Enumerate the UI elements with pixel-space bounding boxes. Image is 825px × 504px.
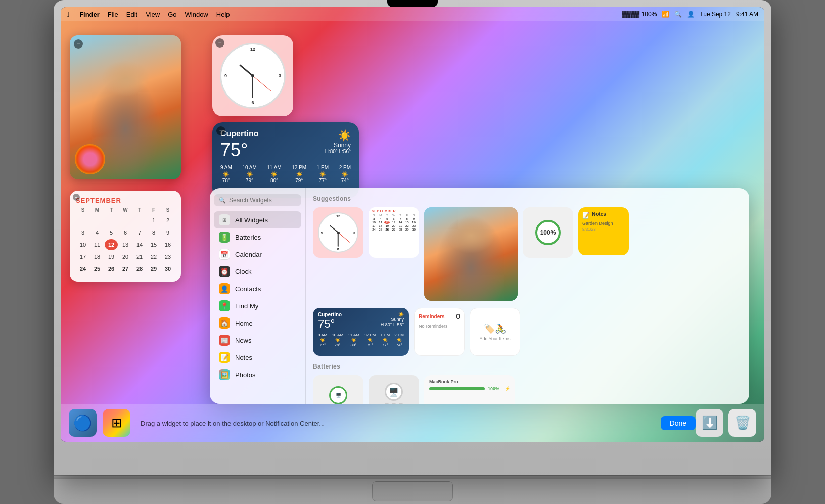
- menu-edit[interactable]: Edit: [126, 11, 138, 18]
- camera-notch: [387, 0, 438, 7]
- search-icon: 🔍: [219, 197, 226, 204]
- notes-icon: 📝: [219, 352, 230, 363]
- sidebar-item-findmy[interactable]: 📍 Find My: [214, 297, 301, 314]
- wifi-icon: 📶: [662, 11, 669, 18]
- done-button[interactable]: Done: [661, 416, 696, 430]
- sidebar-label-calendar: Calendar: [235, 251, 262, 258]
- notes-widget-title: Notes: [592, 211, 606, 217]
- batteries-icon: 🔋: [219, 232, 230, 243]
- notes-widget-thumb[interactable]: 📝 Notes Garden Design 8/31/23: [578, 207, 629, 255]
- download-dock-icon[interactable]: ⬇️: [696, 409, 723, 437]
- battery-indicator: ▓▓▓▓ 100%: [622, 11, 657, 18]
- widget-gallery: 🔍 ⊞ All Widgets 🔋 Batteries 📅: [210, 188, 749, 404]
- macbook-pct: 100%: [488, 386, 499, 391]
- flowers-decoration: [75, 144, 105, 174]
- photo-widget-thumb[interactable]: [424, 207, 518, 301]
- menu-file[interactable]: File: [108, 11, 118, 18]
- gallery-content: Suggestions 12 3: [306, 188, 749, 404]
- search-bar[interactable]: 🔍: [214, 194, 301, 206]
- weather-sun-icon: ☀️: [325, 129, 351, 142]
- sidebar-item-clock[interactable]: ⏰ Clock: [214, 263, 301, 280]
- sidebar-item-photos[interactable]: 🖼️ Photos: [214, 366, 301, 383]
- clock-center: [251, 74, 254, 77]
- weather-hi-lo: H:80° L:56°: [325, 149, 351, 154]
- drag-hint-label: Drag a widget to place it on the desktop…: [141, 420, 325, 427]
- battery-md-icon: 🖥️: [389, 387, 399, 397]
- findmy-icon: 📍: [219, 300, 230, 311]
- weather-condition: Sunny: [325, 142, 351, 149]
- weather-thumb-temp: 75°: [318, 317, 342, 331]
- sidebar-label-notes: Notes: [235, 354, 252, 361]
- reminders-add-widget-thumb[interactable]: 🏷️🚴 Add Your Items: [470, 308, 520, 356]
- reminders-widget-thumb[interactable]: Reminders 0 No Reminders: [414, 308, 465, 356]
- reminders-count: 0: [456, 312, 460, 320]
- battery-md-widget-thumb[interactable]: 🖥️: [369, 375, 419, 404]
- calendar-month: SEPTEMBER: [76, 197, 175, 204]
- macbook-battery-thumb[interactable]: MacBook Pro 100% ⚡: [424, 375, 515, 404]
- sidebar-label-home: Home: [235, 319, 253, 327]
- menu-finder[interactable]: Finder: [79, 11, 100, 18]
- weather-thumb-city: Cupertino: [318, 312, 342, 317]
- battery-sm-widget-thumb[interactable]: 🖥️: [313, 375, 363, 404]
- clock-second-hand: [253, 76, 271, 92]
- photo-widget-remove[interactable]: −: [74, 39, 83, 49]
- sidebar-item-batteries[interactable]: 🔋 Batteries: [214, 228, 301, 246]
- battery-widget-thumb[interactable]: 100%: [523, 207, 573, 258]
- datetime: Tue Sep 12 9:41 AM: [700, 11, 758, 18]
- sidebar-item-news[interactable]: 📰 News: [214, 332, 301, 349]
- menu-window[interactable]: Window: [185, 11, 208, 18]
- battery-percent: 100%: [535, 220, 561, 245]
- menu-help[interactable]: Help: [216, 11, 230, 18]
- clock-widget-remove[interactable]: −: [215, 38, 224, 48]
- calendar-widget-remove[interactable]: −: [73, 194, 80, 201]
- sidebar-label-batteries: Batteries: [235, 234, 261, 241]
- suggestions-row-2: Cupertino 75° ☀️ Sunny H:80° L:56°: [313, 308, 742, 356]
- notes-widget-date: 8/31/23: [582, 227, 625, 232]
- weather-widget-thumb[interactable]: Cupertino 75° ☀️ Sunny H:80° L:56°: [313, 308, 409, 356]
- sidebar-item-contacts[interactable]: 👤 Contacts: [214, 280, 301, 297]
- photo-widget: −: [70, 35, 181, 179]
- desktop: − − 12 3 6 9: [61, 21, 764, 442]
- macbook-label: MacBook Pro: [429, 379, 510, 384]
- photos-icon: 🖼️: [219, 369, 230, 380]
- sidebar-item-all-widgets[interactable]: ⊞ All Widgets: [214, 211, 301, 228]
- calendar-widget-thumb[interactable]: SEPTEMBER SM TW TF S: [369, 207, 419, 258]
- weather-temp: 75°: [220, 140, 259, 161]
- trackpad[interactable]: [372, 481, 453, 501]
- sidebar-label-contacts: Contacts: [235, 285, 261, 293]
- home-icon: 🏠: [219, 317, 230, 329]
- clock-widget: − 12 3 6 9: [212, 35, 293, 116]
- all-widgets-icon: ⊞: [219, 214, 230, 225]
- apple-logo-icon[interactable]: : [67, 10, 69, 18]
- sidebar-label-clock: Clock: [235, 268, 252, 276]
- clock-face: 12 3 6 9: [220, 43, 286, 109]
- clock-widget-thumb[interactable]: 12 3 6 9: [313, 207, 363, 258]
- photo-bg: [70, 35, 181, 179]
- sidebar-item-notes[interactable]: 📝 Notes: [214, 349, 301, 366]
- launchpad-dock-icon[interactable]: ⊞: [103, 409, 130, 437]
- finder-dock-icon[interactable]: 🔵: [69, 409, 97, 437]
- search-menubar-icon[interactable]: 🔍: [674, 11, 682, 18]
- user-icon[interactable]: 👤: [687, 11, 695, 18]
- trash-dock-icon[interactable]: 🗑️: [728, 409, 756, 437]
- sidebar-item-home[interactable]: 🏠 Home: [214, 314, 301, 332]
- sidebar-label-photos: Photos: [235, 371, 255, 379]
- weather-city: Cupertino: [220, 129, 259, 139]
- calendar-icon: 📅: [219, 249, 230, 260]
- search-input[interactable]: [229, 197, 296, 204]
- clock-minute-hand: [252, 76, 253, 98]
- reminders-title: Reminders: [419, 314, 445, 319]
- notes-widget-content: Garden Design: [582, 221, 625, 226]
- battery-sm-icon: 🖥️: [336, 393, 341, 398]
- menu-go[interactable]: Go: [168, 11, 176, 18]
- suggestions-row-1: 12 3 6 9 SEPTEMBER: [313, 207, 742, 301]
- sidebar-label-news: News: [235, 337, 252, 344]
- batteries-row: 🖥️ 🖥️: [313, 375, 742, 404]
- reminders-empty-label: No Reminders: [419, 324, 460, 329]
- sidebar-label-findmy: Find My: [235, 302, 258, 310]
- reminders-add-label: Add Your Items: [479, 336, 510, 341]
- menu-view[interactable]: View: [146, 11, 160, 18]
- sidebar-item-calendar[interactable]: 📅 Calendar: [214, 246, 301, 263]
- weather-widget-remove[interactable]: −: [216, 126, 225, 135]
- bottom-bar: 🔵 ⊞ Drag a widget to place it on the des…: [61, 404, 764, 442]
